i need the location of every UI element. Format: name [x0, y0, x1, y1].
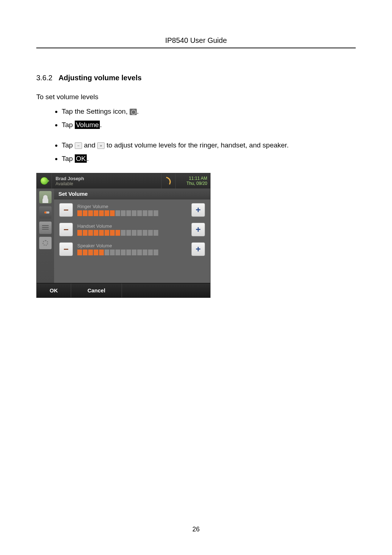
- presence-icon: [40, 177, 48, 185]
- ringer-minus-button[interactable]: −: [59, 203, 73, 217]
- presence-button[interactable]: [37, 173, 52, 189]
- page-number: 26: [0, 526, 392, 533]
- user-info: Brad Joseph Available: [52, 173, 161, 189]
- call-forward-button[interactable]: [161, 173, 176, 189]
- steps-list: Tap the Settings icon, . Tap Volume.: [36, 106, 356, 130]
- step-text: .: [137, 108, 139, 115]
- speaker-volume-bar: [77, 250, 187, 255]
- speaker-plus-button[interactable]: +: [191, 242, 205, 256]
- step-text: to adjust volume levels for the ringer, …: [105, 141, 289, 149]
- step-text: .: [87, 155, 89, 162]
- volume-highlight: Volume: [75, 121, 100, 129]
- steps-list-2: Tap − and + to adjust volume levels for …: [36, 140, 356, 164]
- sidebar-contacts-icon[interactable]: [39, 191, 52, 204]
- panel-title: Set Volume: [54, 189, 210, 199]
- bottom-bar: OK Cancel: [37, 283, 210, 297]
- handset-volume-bar: [77, 230, 187, 236]
- step-settings: Tap the Settings icon, .: [62, 106, 356, 117]
- step-text: Tap: [62, 141, 75, 149]
- step-text: .: [100, 121, 102, 129]
- ringer-volume-bar: [77, 210, 187, 216]
- settings-icon: [130, 109, 137, 115]
- section-number: 3.6.2: [36, 74, 52, 82]
- date-text: Thu, 09/20: [179, 181, 207, 186]
- step-text: Tap the Settings icon,: [62, 108, 130, 115]
- step-volume: Tap Volume.: [62, 120, 356, 130]
- step-text: Tap: [62, 155, 75, 162]
- time-text: 11:11 AM: [179, 176, 207, 181]
- ok-highlight: OK: [75, 154, 87, 163]
- ringer-plus-button[interactable]: +: [191, 203, 205, 217]
- page-header-title: IP8540 User Guide: [36, 36, 356, 48]
- sidebar-settings-icon[interactable]: [39, 236, 52, 250]
- step-text: and: [82, 141, 97, 149]
- ringer-volume-row: − Ringer Volume +: [54, 199, 210, 219]
- ringer-label: Ringer Volume: [77, 204, 187, 209]
- step-adjust: Tap − and + to adjust volume levels for …: [62, 140, 356, 151]
- user-name: Brad Joseph: [56, 176, 158, 181]
- ok-button[interactable]: OK: [37, 283, 71, 297]
- topbar: Brad Joseph Available 11:11 AM Thu, 09/2…: [37, 173, 210, 189]
- minus-button-icon: −: [75, 142, 82, 149]
- speaker-label: Speaker Volume: [77, 243, 187, 248]
- handset-volume-row: − Handset Volume +: [54, 219, 210, 239]
- section-heading: 3.6.2 Adjusting volume levels: [36, 74, 356, 82]
- call-forward-icon: [164, 177, 172, 185]
- handset-plus-button[interactable]: +: [191, 223, 205, 236]
- handset-label: Handset Volume: [77, 223, 187, 229]
- section-title: Adjusting volume levels: [58, 74, 142, 82]
- step-ok: Tap OK.: [62, 154, 356, 164]
- intro-text: To set volume levels: [36, 93, 356, 101]
- speaker-volume-row: − Speaker Volume +: [54, 239, 210, 258]
- clock-area: 11:11 AM Thu, 09/20: [176, 173, 210, 189]
- main-panel: Set Volume − Ringer Volume + − Handset V…: [54, 189, 210, 283]
- speaker-minus-button[interactable]: −: [59, 242, 73, 256]
- sidebar: [37, 189, 54, 283]
- sidebar-sound-icon[interactable]: [39, 206, 52, 219]
- cancel-button[interactable]: Cancel: [71, 283, 122, 297]
- handset-minus-button[interactable]: −: [59, 223, 73, 236]
- plus-button-icon: +: [97, 142, 105, 149]
- user-status: Available: [56, 181, 158, 186]
- step-text: Tap: [62, 121, 75, 129]
- header-rule: [36, 48, 356, 48]
- sidebar-calllog-icon[interactable]: [39, 221, 52, 234]
- phone-screenshot: Brad Joseph Available 11:11 AM Thu, 09/2…: [36, 173, 211, 298]
